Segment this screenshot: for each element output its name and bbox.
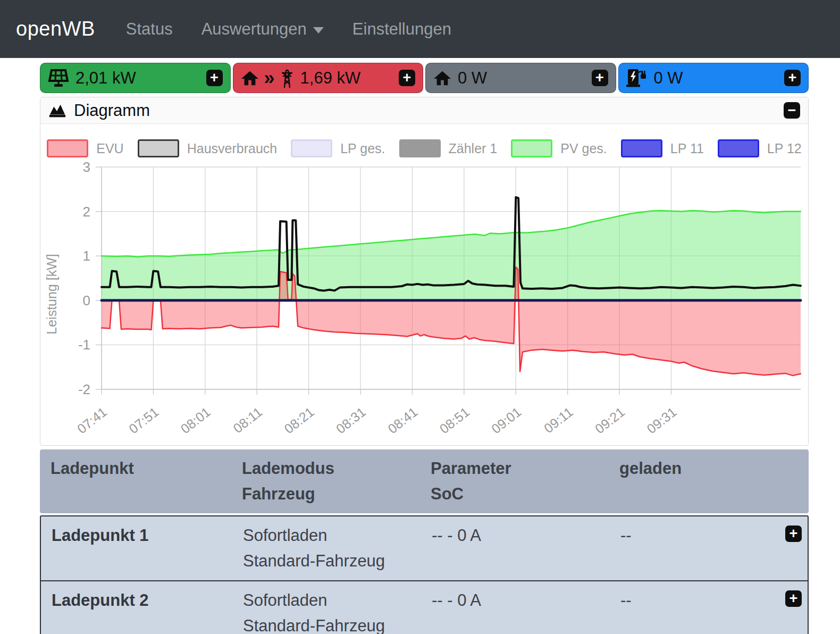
solar-panel-icon	[48, 69, 69, 88]
home-icon	[241, 70, 259, 87]
main-content: 2,01 kW + » 1,69 kW + 0 W	[40, 63, 809, 634]
legend-swatch	[399, 139, 441, 157]
legend-item[interactable]: LP 12	[718, 139, 802, 157]
legend-label: LP 11	[670, 141, 704, 156]
grid-power-value: 1,69 kW	[300, 69, 361, 88]
chargepoint-table-header: Ladepunkt Lademodus Fahrzeug Parameter S…	[40, 449, 809, 513]
legend-swatch	[621, 139, 662, 157]
svg-text:1: 1	[83, 248, 90, 264]
chargepoint-geladen: --	[620, 523, 780, 574]
house-power-value: 0 W	[458, 69, 487, 88]
chargepoint-mode-vehicle: Sofortladen Standard-Fahrzeug	[243, 523, 432, 574]
svg-text:09:31: 09:31	[644, 404, 679, 437]
diagram-card-header: Diagramm −	[40, 97, 808, 124]
legend-item[interactable]: EVU	[47, 139, 123, 157]
area-chart-icon	[48, 103, 66, 119]
chargepoint-name: Ladepunkt 2	[52, 588, 243, 634]
power-chart: 3210-1-207:4107:5108:0108:1108:2108:3108…	[40, 161, 809, 445]
svg-text:08:41: 08:41	[385, 404, 421, 437]
svg-text:07:51: 07:51	[126, 404, 162, 437]
status-button-row: 2,01 kW + » 1,69 kW + 0 W	[40, 63, 809, 93]
charge-power-value: 0 W	[654, 69, 683, 88]
legend-item[interactable]: LP 11	[621, 139, 704, 157]
caret-down-icon	[313, 27, 324, 34]
svg-text:08:51: 08:51	[436, 404, 472, 437]
svg-text:0: 0	[83, 293, 90, 308]
chargepoint-geladen: --	[620, 588, 780, 634]
table-row-ladepunkt-1: Ladepunkt 1 Sofortladen Standard-Fahrzeu…	[41, 516, 808, 580]
svg-text:08:11: 08:11	[230, 404, 265, 436]
header-ladepunkt: Ladepunkt	[51, 456, 242, 507]
header-parameter-soc: Parameter SoC	[431, 456, 619, 507]
nav-item-einstellungen[interactable]: Einstellungen	[352, 20, 451, 39]
legend-label: Hausverbrauch	[187, 141, 278, 156]
home-icon	[433, 70, 451, 87]
legend-label: EVU	[96, 141, 123, 156]
double-chevron-right-icon: »	[264, 69, 275, 88]
diagram-card: Diagramm − EVUHausverbrauchLP ges.Zähler…	[40, 97, 809, 446]
svg-text:08:21: 08:21	[281, 404, 317, 437]
plus-square-icon[interactable]: +	[784, 70, 801, 86]
header-geladen: geladen	[619, 456, 779, 507]
legend-item[interactable]: LP ges.	[291, 139, 385, 157]
legend-label: LP ges.	[340, 141, 385, 156]
pv-power-value: 2,01 kW	[75, 69, 136, 88]
legend-item[interactable]: Zähler 1	[399, 139, 498, 157]
legend-label: Zähler 1	[449, 141, 498, 156]
svg-text:Leistung [kW]: Leistung [kW]	[44, 254, 59, 334]
header-lademodus-fahrzeug: Lademodus Fahrzeug	[242, 456, 431, 507]
chargepoint-rows: Ladepunkt 1 Sofortladen Standard-Fahrzeu…	[40, 515, 809, 634]
chargepoint-name: Ladepunkt 1	[52, 523, 243, 574]
chargepoint-parameter: -- - 0 A	[432, 588, 620, 634]
navbar: openWB Status Auswertungen Einstellungen	[0, 0, 840, 58]
legend-label: PV ges.	[560, 141, 607, 156]
chargepoint-table: Ladepunkt Lademodus Fahrzeug Parameter S…	[40, 449, 809, 634]
plus-square-icon[interactable]: +	[399, 70, 415, 86]
legend-swatch	[511, 139, 552, 157]
grid-import-button[interactable]: » 1,69 kW +	[233, 63, 424, 93]
legend-item[interactable]: PV ges.	[511, 139, 607, 157]
chargepoint-parameter: -- - 0 A	[432, 523, 620, 574]
power-pylon-icon	[280, 68, 294, 89]
legend-item[interactable]: Hausverbrauch	[138, 139, 278, 157]
legend-swatch	[47, 139, 88, 157]
plus-square-icon[interactable]: +	[206, 70, 223, 86]
svg-text:08:01: 08:01	[178, 404, 213, 437]
chart-legend: EVUHausverbrauchLP ges.Zähler 1PV ges.LP…	[40, 136, 808, 161]
charging-station-icon	[626, 68, 648, 88]
svg-text:09:01: 09:01	[489, 404, 524, 437]
svg-text:07:41: 07:41	[74, 404, 110, 437]
nav-item-auswertungen[interactable]: Auswertungen	[201, 20, 324, 39]
nav-item-status[interactable]: Status	[126, 20, 173, 39]
plus-square-icon[interactable]: +	[785, 525, 802, 542]
svg-text:08:31: 08:31	[333, 404, 369, 437]
house-usage-button[interactable]: 0 W +	[425, 63, 616, 93]
legend-swatch	[291, 139, 332, 157]
diagram-title: Diagramm	[74, 101, 150, 120]
charge-power-button[interactable]: 0 W +	[618, 63, 809, 93]
pv-production-button[interactable]: 2,01 kW +	[40, 63, 231, 93]
chargepoint-mode-vehicle: Sofortladen Standard-Fahrzeug	[243, 588, 432, 634]
svg-text:09:11: 09:11	[541, 404, 576, 436]
legend-swatch	[718, 139, 759, 157]
svg-text:-2: -2	[78, 381, 90, 397]
svg-text:3: 3	[83, 161, 90, 175]
plus-square-icon[interactable]: +	[592, 70, 608, 86]
legend-swatch	[138, 139, 179, 157]
svg-text:09:21: 09:21	[592, 404, 628, 437]
svg-text:2: 2	[83, 204, 90, 220]
minus-square-icon[interactable]: −	[784, 102, 800, 119]
plus-square-icon[interactable]: +	[785, 590, 802, 607]
legend-label: LP 12	[767, 141, 802, 156]
table-row-ladepunkt-2: Ladepunkt 2 Sofortladen Standard-Fahrzeu…	[41, 580, 808, 634]
app-logo[interactable]: openWB	[16, 18, 95, 40]
svg-text:-1: -1	[78, 337, 90, 353]
